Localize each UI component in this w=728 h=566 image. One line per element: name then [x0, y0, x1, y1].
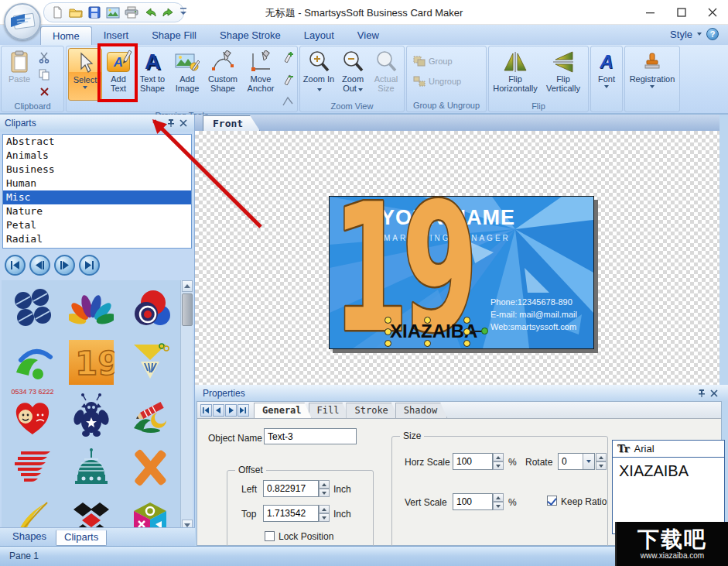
delete-button[interactable] [36, 84, 52, 99]
clipart-thumb-red-navy-logo[interactable] [126, 286, 174, 334]
maximize-button[interactable] [666, 0, 697, 25]
first-page-button[interactable] [5, 255, 26, 276]
prop-tab-next-button[interactable] [225, 404, 237, 417]
flip-vertically-button[interactable]: Flip Vertically [540, 48, 586, 101]
horz-scale-spinner[interactable] [493, 453, 504, 470]
business-card[interactable]: YOUR NAME MARKETING MANAGER 19 Phone:123… [329, 196, 594, 349]
style-menu[interactable]: Style [670, 29, 692, 40]
open-button[interactable] [67, 4, 84, 21]
properties-pin-button[interactable] [696, 387, 708, 400]
clipart-thumb-red-lines[interactable] [9, 444, 56, 492]
add-node-button[interactable] [281, 50, 295, 63]
offset-top-input[interactable] [263, 505, 319, 522]
rotate-spinner[interactable] [596, 453, 607, 470]
offset-top-spinner[interactable] [319, 505, 330, 522]
scroll-up-button[interactable] [182, 280, 193, 292]
horz-scale-input[interactable] [453, 453, 493, 470]
prop-tab-general[interactable]: General [254, 403, 312, 418]
pin-panel-button[interactable] [165, 117, 177, 129]
selection-handle-top-right[interactable] [463, 317, 470, 324]
close-button[interactable] [697, 0, 728, 25]
prop-tab-stroke[interactable]: Stroke [346, 403, 398, 418]
prop-tab-shadow[interactable]: Shadow [395, 403, 447, 418]
clipart-thumb-nineteen[interactable]: 19 [67, 338, 115, 386]
vert-scale-input[interactable] [453, 493, 493, 510]
clipart-thumb-yellow-leaf[interactable] [126, 338, 174, 386]
clipart-thumb-pencil[interactable] [126, 391, 174, 439]
export-image-button[interactable] [104, 4, 121, 21]
offset-left-spinner[interactable] [319, 480, 330, 497]
category-petal[interactable]: Petal [3, 218, 191, 232]
category-business[interactable]: Business [3, 163, 191, 177]
help-button[interactable]: ? [706, 28, 719, 40]
font-button[interactable]: A Font [593, 48, 620, 101]
save-button[interactable] [86, 4, 103, 21]
keep-ratio-checkbox[interactable] [547, 496, 557, 506]
prop-tab-last-button[interactable] [238, 404, 249, 417]
copy-button[interactable] [36, 67, 52, 82]
tab-shape-fill[interactable]: Shape Fill [140, 26, 208, 45]
font-selector[interactable]: Tr Arial [612, 440, 725, 458]
tab-cliparts[interactable]: Cliparts [56, 530, 107, 546]
tab-layout[interactable]: Layout [292, 26, 346, 45]
add-text-button[interactable]: A Add Text [102, 48, 135, 101]
category-abstract[interactable]: Abstract [3, 135, 191, 149]
prop-tab-prev-button[interactable] [213, 404, 224, 417]
card-contact-block[interactable]: Phone:12345678-890 E-mail: mail@mail.mai… [490, 296, 577, 333]
remove-node-button[interactable] [281, 72, 295, 86]
clipart-thumb-peacock[interactable] [67, 286, 115, 334]
selection-handle-top-mid[interactable] [424, 317, 431, 324]
selection-handle-bottom-right[interactable] [463, 340, 470, 347]
flip-horizontally-button[interactable]: Flip Horizontally [490, 48, 540, 101]
redo-button[interactable] [160, 4, 177, 21]
selection-handle-top-left[interactable] [385, 317, 391, 324]
new-document-button[interactable] [49, 4, 66, 21]
print-button[interactable] [123, 4, 140, 21]
tab-shape-stroke[interactable]: Shape Stroke [208, 26, 292, 45]
tab-home[interactable]: Home [40, 26, 92, 45]
clipart-thumb-creature[interactable] [67, 391, 115, 439]
scrollbar-thumb[interactable] [182, 293, 193, 326]
clipart-thumb-masks[interactable]: 0534 73 6222 [9, 391, 56, 439]
tab-shapes[interactable]: Shapes [5, 530, 54, 544]
actual-size-button[interactable]: Actual Size [370, 48, 402, 101]
clipart-thumb-cube[interactable] [126, 496, 174, 531]
minimize-button[interactable] [635, 0, 666, 25]
add-image-button[interactable]: Add Image [170, 48, 204, 101]
registration-button[interactable]: Registration [627, 48, 678, 101]
customize-toolbar-button[interactable] [179, 6, 187, 19]
clipart-thumb-dome[interactable] [67, 444, 115, 492]
next-page-button[interactable] [54, 255, 75, 276]
clipart-thumb-diamonds[interactable] [67, 496, 115, 531]
category-nature[interactable]: Nature [3, 204, 191, 218]
zoom-in-button[interactable]: Zoom In [302, 48, 336, 101]
zoom-out-button[interactable]: Zoom Out [336, 48, 370, 101]
lock-position-checkbox[interactable] [265, 531, 275, 541]
selection-handle-bottom-mid[interactable] [424, 340, 431, 347]
previous-page-button[interactable] [29, 255, 50, 276]
angle-node-button[interactable] [281, 94, 295, 108]
ungroup-button[interactable]: Ungroup [408, 73, 466, 90]
thumbnails-scrollbar[interactable] [180, 280, 193, 531]
rotate-dropdown-button[interactable] [583, 454, 594, 469]
category-radial[interactable]: Radial [3, 232, 191, 246]
rotate-combo[interactable]: 0 [558, 453, 595, 470]
undo-button[interactable] [142, 4, 159, 21]
tab-insert[interactable]: Insert [92, 26, 141, 45]
group-button[interactable]: Group [408, 53, 457, 70]
clipart-thumb-feather[interactable] [9, 496, 56, 531]
clipart-thumb-orange-x[interactable] [126, 444, 174, 492]
tab-view[interactable]: View [346, 26, 391, 45]
select-tool-button[interactable]: Select [68, 48, 102, 101]
front-side-tab[interactable]: Front [203, 115, 260, 131]
category-misc-selected[interactable]: Misc [3, 190, 191, 204]
rotation-anchor-dot[interactable] [481, 328, 488, 334]
text-to-shape-button[interactable]: A Text to Shape [135, 48, 170, 101]
close-panel-button[interactable] [177, 117, 190, 129]
selection-handle-bottom-left[interactable] [385, 340, 391, 347]
paste-button[interactable]: Paste [3, 48, 36, 101]
vert-scale-spinner[interactable] [493, 493, 504, 510]
offset-left-input[interactable] [263, 480, 319, 497]
prop-tab-first-button[interactable] [200, 404, 212, 417]
cut-button[interactable] [36, 50, 52, 65]
